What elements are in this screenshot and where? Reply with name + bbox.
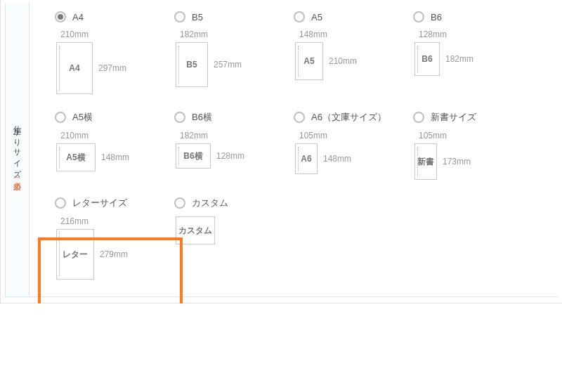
size-option-b5[interactable]: B5182mmB5257mm (170, 7, 289, 101)
page-thumbnail: A6 (295, 143, 318, 174)
size-option-a4[interactable]: A4210mmA4297mm (51, 7, 170, 101)
width-dimension: 216mm (60, 216, 89, 226)
diagram-b6y: 182mmB6横128mm (176, 131, 287, 169)
radio-label: A5横 (72, 111, 93, 124)
radio-b5[interactable]: B5 (174, 11, 287, 22)
page-thumbnail: A4 (56, 42, 93, 94)
height-dimension: 297mm (98, 63, 126, 73)
radio-label: レターサイズ (72, 197, 127, 209)
box-row: B6横128mm (176, 143, 244, 169)
radio-label: B6横 (192, 111, 212, 124)
radio-a6[interactable]: A6（文庫サイズ） (294, 111, 406, 124)
size-option-b6y[interactable]: B6横182mmB6横128mm (170, 107, 289, 187)
height-dimension: 210mm (329, 56, 357, 66)
diagram-b5: 182mmB5257mm (176, 30, 287, 87)
width-dimension: 210mm (60, 30, 89, 39)
width-dimension: 182mm (180, 30, 208, 39)
size-options-grid: A4210mmA4297mmB5182mmB5257mmA5148mmA5210… (30, 3, 558, 296)
height-dimension: 128mm (216, 151, 244, 161)
radio-label: B6 (431, 12, 442, 22)
height-dimension: 279mm (100, 249, 128, 259)
diagram-b6: 128mmB6182mm (414, 30, 525, 76)
page-thumbnail: カスタム (176, 216, 215, 244)
diagram-a5: 148mmA5210mm (295, 30, 406, 80)
radio-icon[interactable] (174, 197, 185, 209)
diagram-letter: 216mmレター279mm (56, 216, 167, 280)
radio-shin[interactable]: 新書サイズ (413, 111, 525, 124)
diagram-a5y: 210mmA5横148mm (56, 131, 167, 171)
option-row: A4210mmA4297mmB5182mmB5257mmA5148mmA5210… (51, 7, 537, 101)
radio-icon[interactable] (55, 197, 66, 209)
width-dimension: 148mm (299, 30, 327, 39)
radio-label: B5 (192, 12, 203, 22)
size-option-letter[interactable]: レターサイズ216mmレター279mm (51, 192, 170, 287)
radio-label: A5 (311, 12, 322, 22)
page-thumbnail: B5 (176, 42, 208, 87)
radio-label: A6（文庫サイズ） (311, 111, 386, 124)
page-thumbnail: B6横 (176, 143, 211, 169)
width-dimension: 105mm (299, 131, 327, 141)
radio-label: A4 (72, 12, 84, 22)
height-dimension: 148mm (101, 152, 129, 162)
box-row: レター279mm (56, 229, 128, 280)
size-option-a5y[interactable]: A5横210mmA5横148mm (51, 107, 170, 187)
page-thumbnail: B6 (414, 42, 440, 76)
radio-a5[interactable]: A5 (294, 11, 406, 22)
radio-b6y[interactable]: B6横 (174, 111, 287, 124)
field-label-text: 仕上がりサイズ (13, 119, 22, 174)
page-thumbnail: 新書 (414, 143, 437, 180)
option-row: A5横210mmA5横148mmB6横182mmB6横128mmA6（文庫サイズ… (51, 107, 537, 187)
radio-icon[interactable] (294, 112, 305, 123)
height-dimension: 173mm (443, 157, 471, 166)
height-dimension: 182mm (445, 54, 473, 64)
radio-label: 新書サイズ (431, 111, 476, 124)
box-row: A4297mm (56, 42, 126, 94)
radio-icon[interactable] (294, 11, 305, 22)
radio-a5y[interactable]: A5横 (55, 111, 167, 124)
width-dimension: 105mm (419, 131, 447, 141)
radio-icon[interactable] (174, 112, 185, 123)
radio-a4[interactable]: A4 (55, 11, 167, 22)
height-dimension: 257mm (214, 60, 242, 70)
radio-letter[interactable]: レターサイズ (55, 197, 167, 209)
page-thumbnail: レター (56, 229, 94, 280)
box-row: カスタム (176, 216, 215, 244)
size-option-b6[interactable]: B6128mmB6182mm (409, 7, 528, 101)
page-thumbnail: A5横 (56, 143, 96, 171)
radio-icon[interactable] (174, 11, 185, 22)
field-label-column: 仕上がりサイズ（必須） (6, 3, 30, 296)
diagram-a6: 105mmA6148mm (295, 131, 406, 174)
box-row: A5横148mm (56, 143, 129, 171)
radio-icon[interactable] (55, 11, 66, 22)
radio-b6[interactable]: B6 (413, 11, 525, 22)
width-dimension: 128mm (419, 30, 447, 39)
width-dimension: 210mm (60, 131, 89, 141)
box-row: B6182mm (414, 42, 473, 76)
box-row: A5210mm (295, 42, 357, 80)
box-row: A6148mm (295, 143, 351, 174)
size-option-shin[interactable]: 新書サイズ105mm新書173mm (409, 107, 528, 187)
diagram-custom: カスタム (176, 216, 287, 244)
radio-icon[interactable] (413, 112, 424, 123)
diagram-a4: 210mmA4297mm (56, 30, 167, 94)
radio-icon[interactable] (55, 112, 66, 123)
size-option-a6[interactable]: A6（文庫サイズ）105mmA6148mm (289, 107, 409, 187)
radio-icon[interactable] (413, 11, 424, 22)
diagram-shin: 105mm新書173mm (414, 131, 525, 180)
box-row: B5257mm (176, 42, 242, 87)
radio-custom[interactable]: カスタム (174, 197, 287, 209)
size-option-a5[interactable]: A5148mmA5210mm (289, 7, 409, 101)
field-label: 仕上がりサイズ（必須） (12, 119, 22, 180)
width-dimension: 182mm (180, 131, 208, 141)
option-row: レターサイズ216mmレター279mmカスタムカスタム (51, 192, 537, 287)
required-indicator: （必須） (13, 174, 22, 180)
page-thumbnail: A5 (295, 42, 323, 80)
size-option-custom[interactable]: カスタムカスタム (170, 192, 289, 287)
box-row: 新書173mm (414, 143, 471, 180)
height-dimension: 148mm (323, 154, 351, 164)
radio-label: カスタム (192, 197, 228, 209)
